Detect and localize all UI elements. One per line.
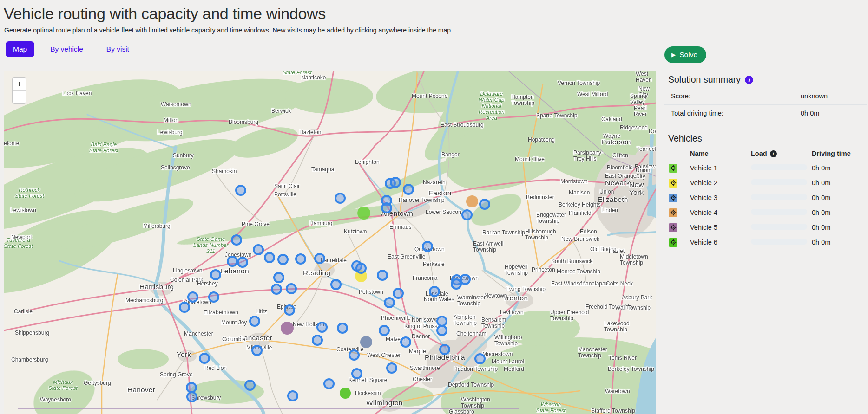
visit-marker[interactable] xyxy=(349,349,360,361)
visit-marker[interactable] xyxy=(381,202,392,213)
summary-row-value: 0h 0m xyxy=(801,110,819,117)
summary-row-value: unknown xyxy=(801,92,828,100)
visit-marker[interactable] xyxy=(403,184,414,195)
visit-marker[interactable] xyxy=(330,279,342,290)
visit-marker[interactable] xyxy=(208,291,219,303)
vehicle-row: Vehicle 20h 0m xyxy=(664,175,867,190)
visit-marker[interactable] xyxy=(384,297,395,308)
visit-marker[interactable] xyxy=(249,316,260,327)
visit-marker[interactable] xyxy=(253,244,264,255)
column-header-name: Name xyxy=(690,150,751,157)
visit-marker[interactable] xyxy=(429,286,440,297)
visit-marker[interactable] xyxy=(187,291,198,303)
vehicles-heading: Vehicles xyxy=(668,133,867,144)
tab-by-vehicle[interactable]: By vehicle xyxy=(43,41,91,57)
visit-marker[interactable] xyxy=(351,368,362,379)
visit-marker[interactable] xyxy=(390,177,401,188)
visit-marker[interactable] xyxy=(436,325,447,336)
vehicle-load-cell xyxy=(751,239,812,246)
map[interactable]: State ForestNanticokeWest HavenNew CityL… xyxy=(4,71,656,414)
visit-marker[interactable] xyxy=(286,283,297,294)
visit-marker[interactable] xyxy=(386,362,397,374)
vehicle-marker-icon xyxy=(669,223,677,232)
load-info-icon[interactable]: i xyxy=(770,150,777,157)
visit-marker[interactable] xyxy=(337,323,348,334)
tab-map[interactable]: Map xyxy=(6,41,34,57)
vehicle-driving-time: 0h 0m xyxy=(812,164,867,172)
visit-marker[interactable] xyxy=(316,322,328,333)
visit-marker[interactable] xyxy=(287,390,298,401)
solve-button[interactable]: ▶ Solve xyxy=(664,46,706,63)
vehicle-driving-time: 0h 0m xyxy=(812,239,867,246)
visit-marker[interactable] xyxy=(235,185,246,196)
visit-marker[interactable] xyxy=(323,378,335,389)
vehicle-name: Vehicle 1 xyxy=(690,164,751,172)
app-page: Vehicle routing with capacity and time w… xyxy=(0,0,868,414)
vehicle-load-cell xyxy=(751,194,812,201)
visit-marker[interactable] xyxy=(474,353,486,364)
visit-marker[interactable] xyxy=(314,253,325,264)
page-title: Vehicle routing with capacity and time w… xyxy=(4,5,868,23)
solve-button-label: Solve xyxy=(679,51,697,59)
zoom-out-button[interactable]: − xyxy=(13,91,26,103)
visit-marker[interactable] xyxy=(264,252,275,263)
tab-by-visit[interactable]: By visit xyxy=(99,41,137,57)
visit-marker[interactable] xyxy=(451,278,462,290)
visit-marker[interactable] xyxy=(479,199,490,210)
visit-marker[interactable] xyxy=(179,302,190,313)
page-subtitle: Generate optimal route plan of a vehicle… xyxy=(4,26,868,34)
home-location-marker[interactable] xyxy=(357,207,370,220)
load-progress-bar xyxy=(751,224,807,230)
visit-marker[interactable] xyxy=(277,254,289,265)
vehicle-driving-time: 0h 0m xyxy=(812,179,867,187)
play-icon: ▶ xyxy=(671,52,676,58)
vehicle-driving-time: 0h 0m xyxy=(812,224,867,231)
visit-marker[interactable] xyxy=(400,336,411,348)
visit-marker[interactable] xyxy=(199,353,210,364)
home-location-marker[interactable] xyxy=(360,336,372,348)
vehicle-row: Vehicle 10h 0m xyxy=(664,161,867,175)
visit-marker[interactable] xyxy=(284,304,295,316)
visit-marker[interactable] xyxy=(439,344,450,355)
summary-row-label: Score: xyxy=(671,92,801,100)
visit-marker[interactable] xyxy=(295,253,306,265)
visit-marker[interactable] xyxy=(271,284,282,295)
vehicle-load-cell xyxy=(751,224,812,231)
summary-row: Score:unknown xyxy=(664,88,867,105)
visit-marker[interactable] xyxy=(210,269,221,280)
vehicle-marker-icon xyxy=(669,179,677,188)
visit-marker[interactable] xyxy=(379,325,390,336)
vehicle-marker-icon xyxy=(669,208,677,217)
home-location-marker[interactable] xyxy=(281,322,294,335)
visit-marker[interactable] xyxy=(393,288,404,299)
visit-marker[interactable] xyxy=(335,193,346,204)
vehicle-name: Vehicle 4 xyxy=(690,209,751,216)
visit-marker[interactable] xyxy=(186,391,197,402)
visit-marker[interactable] xyxy=(244,380,256,391)
load-progress-bar xyxy=(751,239,807,245)
vehicle-name: Vehicle 2 xyxy=(690,179,751,187)
vehicle-marker-icon xyxy=(669,238,677,247)
visit-marker[interactable] xyxy=(251,345,263,356)
visit-marker[interactable] xyxy=(237,257,248,268)
visit-marker[interactable] xyxy=(355,263,367,274)
vehicle-name: Vehicle 3 xyxy=(690,194,751,201)
load-progress-bar xyxy=(751,194,807,200)
visit-marker[interactable] xyxy=(422,241,433,252)
solution-summary-info-icon[interactable]: i xyxy=(745,76,753,84)
home-location-marker[interactable] xyxy=(340,388,351,399)
home-location-marker[interactable] xyxy=(466,195,478,207)
visit-marker[interactable] xyxy=(273,272,284,283)
visit-marker[interactable] xyxy=(231,234,242,246)
visit-marker[interactable] xyxy=(227,256,238,267)
visit-marker[interactable] xyxy=(312,335,323,346)
vehicle-driving-time: 0h 0m xyxy=(812,209,867,216)
zoom-in-button[interactable]: + xyxy=(13,78,26,91)
vehicle-marker-icon xyxy=(669,164,677,173)
summary-row: Total driving time:0h 0m xyxy=(664,105,867,122)
visit-marker[interactable] xyxy=(377,270,388,281)
visit-marker[interactable] xyxy=(461,209,473,220)
summary-row-label: Total driving time: xyxy=(671,110,801,117)
vehicle-marker-icon xyxy=(669,194,677,202)
vehicle-load-cell xyxy=(751,164,812,172)
